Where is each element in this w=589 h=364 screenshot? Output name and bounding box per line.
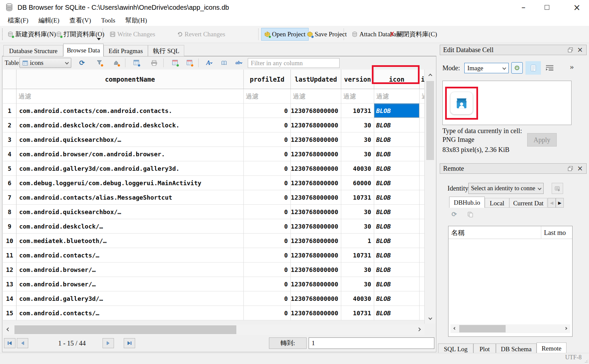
cell-partial[interactable]: [420, 190, 424, 205]
cell-profileId[interactable]: 0: [244, 104, 291, 118]
cell-version[interactable]: 60000: [341, 176, 374, 190]
remote-tabs-scroll-left[interactable]: ◀: [548, 198, 556, 208]
row-number[interactable]: 13: [3, 277, 16, 291]
clear-filters-button[interactable]: [94, 58, 105, 68]
row-number[interactable]: 6: [3, 176, 16, 190]
remote-list-column-last-modified[interactable]: Last mo: [541, 226, 573, 239]
cell-partial[interactable]: [420, 104, 424, 118]
vertical-scrollbar[interactable]: [424, 70, 435, 324]
cell-lastUpdated[interactable]: 1230768000000: [291, 219, 341, 234]
menu-item[interactable]: 查看(V): [65, 15, 96, 26]
cell-profileId[interactable]: 0: [244, 176, 291, 190]
close-database-button[interactable]: ✗ 關閉資料庫(C): [387, 28, 440, 41]
filter-input-partial[interactable]: 過濾: [420, 89, 424, 104]
vertical-scroll-thumb[interactable]: [426, 81, 434, 160]
dock-tab-sql-log[interactable]: SQL Log: [438, 343, 473, 354]
cell-icon-blob[interactable]: BLOB: [374, 291, 420, 306]
close-panel-icon[interactable]: ×: [577, 164, 583, 173]
cell-icon-blob[interactable]: BLOB: [374, 277, 420, 291]
tab-browse-data[interactable]: Browse Data: [63, 44, 104, 56]
cell-version[interactable]: 10731: [341, 104, 374, 118]
corner-header-cell[interactable]: [3, 70, 16, 89]
cell-icon-blob[interactable]: BLOB: [374, 248, 420, 262]
cell-partial[interactable]: [420, 291, 424, 306]
cell-partial[interactable]: [420, 262, 424, 277]
cell-partial[interactable]: [420, 205, 424, 219]
cell-lastUpdated[interactable]: 1230768000000: [291, 277, 341, 291]
row-number[interactable]: 7: [3, 190, 16, 205]
cell-componentName[interactable]: com.android.deskclock/com.android.deskcl…: [16, 118, 244, 132]
text-view-button[interactable]: [525, 61, 541, 75]
cell-componentName[interactable]: com.mediatek.bluetooth/…: [16, 234, 244, 248]
cell-componentName[interactable]: com.android.gallery3d/com.android.galler…: [16, 161, 244, 176]
tab-database-structure[interactable]: Database Structure: [3, 45, 63, 56]
remote-scroll-thumb[interactable]: [459, 325, 506, 332]
cell-icon-blob[interactable]: BLOB: [374, 219, 420, 234]
cell-partial[interactable]: [420, 306, 424, 320]
last-page-button[interactable]: [124, 338, 135, 348]
cell-componentName[interactable]: com.android.browser/…: [16, 277, 244, 291]
scroll-down-arrow[interactable]: [425, 314, 436, 323]
cell-version[interactable]: 30: [341, 277, 374, 291]
cell-componentName[interactable]: com.debug.loggerui/com.debug.loggerui.Ma…: [16, 176, 244, 190]
filter-any-column-input[interactable]: [248, 58, 340, 68]
row-number[interactable]: 11: [3, 248, 16, 262]
goto-record-input[interactable]: [309, 337, 434, 349]
dock-tab-db-schema[interactable]: DB Schema: [496, 343, 537, 354]
row-number[interactable]: 4: [3, 147, 16, 161]
filter-input-version[interactable]: 過濾: [341, 89, 374, 104]
column-header-partial[interactable]: ic: [420, 70, 424, 89]
cell-lastUpdated[interactable]: 1230768000000: [291, 132, 341, 147]
new-record-button[interactable]: [131, 58, 142, 68]
revert-changes-button[interactable]: Revert Changes: [174, 28, 228, 41]
cell-version[interactable]: 30: [341, 219, 374, 234]
cell-lastUpdated[interactable]: 1230768000000: [291, 176, 341, 190]
cell-lastUpdated[interactable]: 1230768000000: [291, 104, 341, 118]
cell-lastUpdated[interactable]: 1230768000000: [291, 262, 341, 277]
remote-refresh-icon[interactable]: ⟳: [451, 210, 457, 218]
cell-lastUpdated[interactable]: 1230768000000: [291, 306, 341, 320]
format-book-button[interactable]: [219, 58, 229, 68]
horizontal-scrollbar[interactable]: [3, 324, 424, 335]
cell-profileId[interactable]: 0: [244, 291, 291, 306]
close-button[interactable]: ×: [565, 0, 589, 15]
menu-item[interactable]: 檔案(F): [3, 15, 33, 26]
cell-profileId[interactable]: 0: [244, 190, 291, 205]
column-header-profileId[interactable]: profileId: [244, 70, 291, 89]
cell-version[interactable]: 30: [341, 205, 374, 219]
row-number[interactable]: 15: [3, 306, 16, 320]
scroll-right-arrow[interactable]: [562, 324, 570, 333]
cell-partial[interactable]: [420, 219, 424, 234]
cell-version[interactable]: 10731: [341, 190, 374, 205]
scroll-up-arrow[interactable]: [425, 70, 436, 80]
cell-partial[interactable]: [420, 147, 424, 161]
remote-list-column-name[interactable]: 名稱: [451, 226, 465, 239]
mode-dropdown[interactable]: Image: [464, 63, 509, 73]
cell-componentName[interactable]: com.android.quicksearchbox/…: [16, 205, 244, 219]
remote-tab-local[interactable]: Local: [485, 198, 509, 208]
cell-partial[interactable]: [420, 118, 424, 132]
cell-lastUpdated[interactable]: 1230768000000: [291, 234, 341, 248]
cell-componentName[interactable]: com.android.quicksearchbox/…: [16, 132, 244, 147]
save-project-button[interactable]: Save Project: [304, 28, 350, 41]
cell-icon-blob[interactable]: BLOB: [374, 118, 420, 132]
format-a-button[interactable]: A: [204, 58, 214, 68]
filter-input-componentName[interactable]: 過濾: [16, 89, 244, 104]
save-filter-button[interactable]: [111, 58, 122, 68]
dock-tab-plot[interactable]: Plot: [473, 343, 496, 354]
cell-partial[interactable]: [420, 176, 424, 190]
delete-record-button[interactable]: [184, 58, 195, 68]
cell-icon-blob[interactable]: BLOB: [374, 190, 420, 205]
row-number[interactable]: 12: [3, 262, 16, 277]
cell-icon-blob[interactable]: BLOB: [374, 205, 420, 219]
insert-record-button[interactable]: [170, 58, 181, 68]
cell-componentName[interactable]: com.android.contacts/…: [16, 248, 244, 262]
column-header-icon[interactable]: icon: [374, 70, 420, 89]
menu-item[interactable]: 編輯(E): [33, 15, 64, 26]
cell-icon-blob[interactable]: BLOB: [374, 132, 420, 147]
remote-tab-current-database[interactable]: Current Dat: [509, 198, 547, 208]
cell-version[interactable]: 30: [341, 118, 374, 132]
close-panel-icon[interactable]: ×: [577, 45, 583, 55]
cell-partial[interactable]: [420, 132, 424, 147]
remote-tab-dbhub[interactable]: DBHub.io: [449, 197, 485, 208]
